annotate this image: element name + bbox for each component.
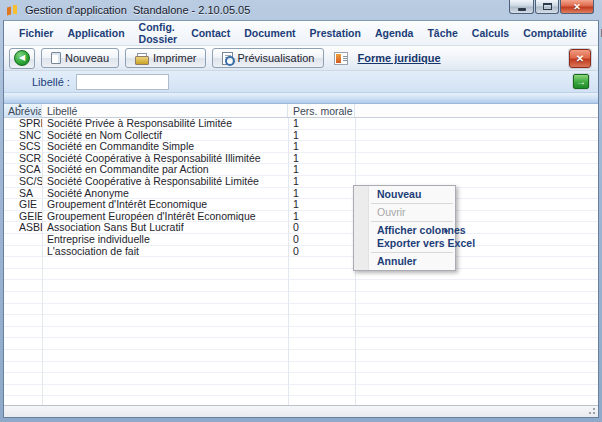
table-row[interactable]: GEIE Groupement Européen d'Intérêt Econo…: [4, 211, 598, 223]
titlebar[interactable]: Gestion d'application Standalone - 2.10.…: [3, 0, 599, 20]
column-header-label: Libellé: [47, 105, 77, 117]
table-row[interactable]: SCRI Société Coopérative à Responsabilit…: [4, 153, 598, 165]
context-menu-separator: [371, 221, 453, 222]
menubar-item[interactable]: Agenda: [368, 27, 421, 39]
cell-abbreviation: SCRI: [4, 153, 42, 165]
printer-icon: [135, 53, 149, 64]
table-row[interactable]: L'association de fait 0: [4, 246, 598, 258]
statusbar: [4, 405, 598, 417]
context-menu-item-ouvrir: Ouvrir: [354, 206, 455, 219]
column-header-label: Pers. morale ?: [293, 105, 355, 117]
column-header-label: Abréviat...: [8, 105, 42, 117]
minimize-button[interactable]: [509, 0, 534, 14]
context-menu-item-exporter-vers-excel[interactable]: Exporter vers Excel: [354, 237, 455, 250]
table-row[interactable]: SC/S... Société Coopérative à Responsabi…: [4, 176, 598, 188]
cell-libelle: Société en Commandite Simple: [42, 141, 288, 153]
column-header-filler: [355, 104, 598, 117]
table-row[interactable]: ASBL Association Sans But Lucratif 0: [4, 222, 598, 234]
resize-grip[interactable]: [593, 412, 595, 414]
menubar-item[interactable]: Fichier: [12, 27, 60, 39]
cell-libelle: Association Sans But Lucratif: [42, 222, 288, 234]
menubar-item[interactable]: Comptabilité: [516, 27, 594, 39]
context-menu-item-annuler[interactable]: Annuler: [354, 255, 455, 268]
cell-pers-morale: 1: [288, 176, 355, 188]
window-close-button[interactable]: ✕: [560, 0, 594, 14]
new-button[interactable]: Nouveau: [41, 48, 119, 68]
cell-pers-morale: 1: [288, 153, 355, 165]
preview-button[interactable]: Prévisualisation: [212, 48, 324, 68]
table-header: ▲ Abréviat... Libellé Pers. morale ?: [4, 104, 598, 118]
print-button-label: Imprimer: [153, 52, 196, 64]
print-button[interactable]: Imprimer: [125, 48, 206, 68]
submenu-arrow-icon: ►: [443, 224, 450, 237]
filter-label: Libellé :: [32, 76, 70, 88]
group-by-bar: [4, 93, 598, 104]
cell-abbreviation: SPRL: [4, 118, 42, 130]
cell-abbreviation: GEIE: [4, 211, 42, 223]
cell-pers-morale: 1: [288, 199, 355, 211]
print-preview-icon: [222, 52, 233, 65]
cell-abbreviation: SNC: [4, 130, 42, 142]
context-menu-separator: [371, 203, 453, 204]
menubar-item[interactable]: Prestation: [303, 27, 368, 39]
window-title: Gestion d'application Standalone - 2.10.…: [25, 4, 250, 16]
menubar-item[interactable]: Modules: [594, 27, 602, 39]
search-go-button[interactable]: →: [573, 74, 589, 89]
cell-pers-morale: 0: [288, 234, 355, 246]
maximize-icon: [543, 3, 552, 10]
context-menu-item-afficher-colonnes[interactable]: Afficher colonnes ►: [354, 224, 455, 237]
client-area: Fichier Application Config. Dossier Cont…: [3, 20, 599, 418]
close-icon: ✕: [573, 2, 581, 12]
table-row[interactable]: GIE Groupement d'Intérêt Economique 1: [4, 199, 598, 211]
app-icon: [6, 4, 20, 17]
column-header-abreviation[interactable]: ▲ Abréviat...: [4, 104, 42, 117]
menubar-item[interactable]: Document: [237, 27, 302, 39]
legal-form-link[interactable]: Forme juridique: [357, 52, 440, 64]
cell-libelle: Groupement Européen d'Intérêt Economique: [42, 211, 288, 223]
toolbar: ◀ Nouveau Imprimer Prévisualisation Form…: [4, 46, 598, 71]
maximize-button[interactable]: [535, 0, 559, 14]
cell-pers-morale: 0: [288, 246, 355, 258]
cell-libelle: Société Anonyme: [42, 188, 288, 200]
table-row[interactable]: SCA Société en Commandite par Action 1: [4, 164, 598, 176]
cell-libelle: Société en Nom Collectif: [42, 130, 288, 142]
table-row[interactable]: SPRL Société Privée à Responsabilité Lim…: [4, 118, 598, 130]
column-header-libelle[interactable]: Libellé: [42, 104, 288, 117]
menubar-item[interactable]: Config. Dossier: [132, 21, 185, 45]
cell-pers-morale: 1: [288, 141, 355, 153]
menubar-item[interactable]: Tâche: [420, 27, 464, 39]
context-menu-item-label: Afficher colonnes: [377, 224, 466, 237]
cell-pers-morale: 1: [288, 118, 355, 130]
table-row[interactable]: SA Société Anonyme 1: [4, 188, 598, 200]
sort-ascending-icon: ▲: [17, 104, 23, 108]
cell-abbreviation: SCS: [4, 141, 42, 153]
cell-pers-morale: 1: [288, 164, 355, 176]
filter-row: Libellé : →: [4, 71, 598, 93]
table-row[interactable]: SCS Société en Commandite Simple 1: [4, 141, 598, 153]
back-arrow-icon: ◀: [14, 50, 30, 66]
table-row[interactable]: SNC Société en Nom Collectif 1: [4, 130, 598, 142]
column-separator: [288, 118, 289, 405]
cell-pers-morale: 0: [288, 222, 355, 234]
cell-abbreviation: SC/S...: [4, 176, 42, 188]
minimize-icon: [518, 8, 526, 11]
table-body[interactable]: SPRL Société Privée à Responsabilité Lim…: [4, 118, 598, 405]
menubar-item[interactable]: Calculs: [465, 27, 516, 39]
legal-form-icon: [334, 52, 348, 65]
menubar-item[interactable]: Contact: [184, 27, 237, 39]
column-header-pers-morale[interactable]: Pers. morale ?: [288, 104, 355, 117]
cell-abbreviation: ASBL: [4, 222, 42, 234]
cell-libelle: Société Privée à Responsabilité Limitée: [42, 118, 288, 130]
menubar-item[interactable]: Application: [60, 27, 131, 39]
window-controls: ✕: [508, 0, 594, 14]
context-menu-item-nouveau[interactable]: Nouveau: [354, 188, 455, 201]
cell-abbreviation: SA: [4, 188, 42, 200]
close-view-button[interactable]: ✕: [569, 49, 591, 68]
cell-pers-morale: 1: [288, 211, 355, 223]
cell-abbreviation: [4, 234, 42, 246]
back-button[interactable]: ◀: [9, 48, 35, 69]
cell-pers-morale: 1: [288, 188, 355, 200]
table-row[interactable]: Entreprise individuelle 0: [4, 234, 598, 246]
libelle-filter-input[interactable]: [76, 74, 169, 90]
cell-pers-morale: 1: [288, 130, 355, 142]
